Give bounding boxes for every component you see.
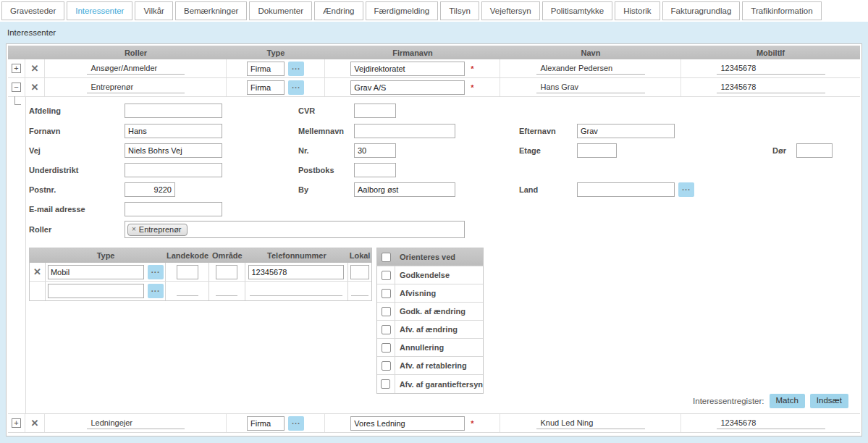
etage-input[interactable]	[577, 143, 617, 158]
firmanavn-field[interactable]: Grav A/S	[350, 80, 465, 95]
type-lookup-button[interactable]: ...	[288, 80, 304, 95]
tree-connector-icon	[14, 96, 21, 105]
afv-af-aendring-checkbox[interactable]	[382, 325, 391, 334]
interessenter-panel: Roller Type Firmanavn Navn Mobiltlf + ✕ …	[6, 43, 862, 436]
tab-faerdigmelding[interactable]: Færdigmelding	[366, 1, 439, 20]
doer-input[interactable]	[796, 143, 833, 158]
phone-table: Type Landekode Område Telefonnummer Loka…	[29, 248, 372, 301]
tab-interessenter[interactable]: Interessenter	[67, 1, 132, 20]
telefonnummer-input[interactable]	[250, 286, 342, 296]
mellemnavn-input[interactable]	[354, 124, 455, 138]
delete-row-icon[interactable]: ✕	[31, 418, 39, 428]
collapse-minus-icon[interactable]: −	[12, 83, 21, 92]
phone-header-lokal: Lokal	[348, 248, 371, 263]
type-field[interactable]: Firma	[247, 416, 285, 431]
lokal-input[interactable]	[350, 265, 369, 279]
header-firmanavn: Firmanavn	[325, 48, 500, 57]
afv-af-garantieftersyn-checkbox[interactable]	[381, 379, 390, 389]
type-field[interactable]: Firma	[247, 62, 285, 76]
navn-field[interactable]: Knud Led Ning	[536, 417, 645, 429]
type-lookup-button[interactable]: ...	[288, 416, 304, 431]
notify-option-label: Afv. af ændring	[395, 325, 458, 334]
phone-type-lookup-button[interactable]: ...	[148, 265, 164, 279]
tab-historik[interactable]: Historik	[615, 1, 660, 20]
afvisning-checkbox[interactable]	[382, 289, 391, 298]
delete-row-icon[interactable]: ✕	[31, 83, 39, 92]
tab-politisamtykke[interactable]: Politisamtykke	[542, 1, 613, 20]
delete-row-icon[interactable]: ✕	[31, 64, 39, 73]
email-input[interactable]	[125, 202, 222, 216]
tab-gravesteder[interactable]: Gravesteder	[1, 1, 64, 20]
mobiltlf-field[interactable]: 12345678	[717, 62, 825, 75]
afv-af-retablering-checkbox[interactable]	[382, 361, 391, 371]
postnr-input[interactable]: 9220	[125, 182, 175, 197]
required-mark: *	[471, 419, 473, 428]
notify-header-label: Orienteres ved	[395, 253, 455, 261]
cvr-input[interactable]	[354, 104, 396, 118]
telefonnummer-input[interactable]: 12345678	[248, 265, 344, 279]
land-input[interactable]	[577, 182, 675, 197]
delete-phone-icon[interactable]: ✕	[33, 267, 41, 277]
postboks-label: Postboks	[298, 166, 354, 174]
tab-vilkaar[interactable]: Vilkår	[135, 1, 173, 20]
phone-header-telefonnummer: Telefonnummer	[245, 248, 348, 263]
land-lookup-button[interactable]: ...	[678, 182, 694, 197]
section-title: Interessenter	[0, 22, 868, 43]
type-lookup-button[interactable]: ...	[288, 62, 304, 76]
afdeling-input[interactable]	[125, 104, 222, 118]
by-input[interactable]: Aalborg øst	[354, 182, 455, 197]
grid-header: Roller Type Firmanavn Navn Mobiltlf	[8, 46, 860, 59]
table-row-ledningejer: + ✕ Ledningejer Firma ... Vores Ledning …	[8, 414, 860, 433]
mobiltlf-field[interactable]: 12345678	[717, 417, 825, 429]
nr-input[interactable]: 30	[354, 143, 396, 158]
select-all-checkbox[interactable]	[382, 253, 391, 262]
tab-fakturagrundlag[interactable]: Fakturagrundlag	[662, 1, 741, 20]
register-actions: Interessentregister: Match Indsæt	[693, 394, 848, 408]
landekode-input[interactable]	[177, 265, 198, 279]
tab-bemaerkninger[interactable]: Bemærkninger	[175, 1, 247, 20]
indsaet-button[interactable]: Indsæt	[810, 394, 848, 408]
omraade-input[interactable]	[216, 265, 237, 279]
postboks-input[interactable]	[354, 163, 396, 177]
roller-field[interactable]: Ansøger/Anmelder	[87, 62, 185, 75]
underdistrikt-input[interactable]	[125, 163, 222, 177]
efternavn-input[interactable]: Grav	[577, 124, 675, 138]
match-button[interactable]: Match	[770, 394, 805, 408]
tab-tilsyn[interactable]: Tilsyn	[440, 1, 479, 20]
notify-option-label: Annullering	[395, 343, 444, 352]
type-field[interactable]: Firma	[247, 80, 285, 95]
expand-plus-icon[interactable]: +	[12, 418, 21, 428]
mobiltlf-field[interactable]: 12345678	[717, 81, 825, 93]
notify-table: Orienteres ved Godkendelse Afvisning God…	[376, 248, 484, 394]
firmanavn-field[interactable]: Vores Ledning	[350, 416, 465, 431]
roller-tag-input[interactable]: × Entreprenør	[125, 221, 465, 238]
roller-field[interactable]: Entreprenør	[87, 81, 185, 93]
tab-vejeftersyn[interactable]: Vejeftersyn	[481, 1, 540, 20]
remove-tag-icon[interactable]: ×	[132, 226, 136, 233]
expand-plus-icon[interactable]: +	[12, 64, 21, 73]
roller-field[interactable]: Ledningejer	[87, 417, 185, 429]
landekode-input[interactable]	[177, 286, 198, 296]
vej-input[interactable]: Niels Bohrs Vej	[125, 143, 222, 158]
detail-panel: Afdeling CVR Fornavn Hans Mellemnavn Eft…	[25, 97, 860, 413]
header-mobiltlf: Mobiltlf	[681, 48, 860, 57]
phone-type-input[interactable]: Mobil	[48, 265, 144, 279]
godkendelse-checkbox[interactable]	[382, 271, 391, 280]
omraade-input[interactable]	[216, 286, 237, 296]
firmanavn-field[interactable]: Vejdirektoratet	[350, 62, 465, 76]
tab-trafikinformation[interactable]: Trafikinformation	[742, 1, 821, 20]
fornavn-input[interactable]: Hans	[125, 124, 222, 138]
etage-label: Etage	[519, 146, 577, 155]
tab-dokumenter[interactable]: Dokumenter	[249, 1, 312, 20]
table-row-entreprenoer: − ✕ Entreprenør Firma ... Grav A/S * Han…	[8, 78, 860, 97]
phone-type-lookup-button[interactable]: ...	[148, 284, 164, 298]
navn-field[interactable]: Hans Grav	[536, 81, 645, 93]
notify-row: Afv. af garantieftersyn	[377, 375, 483, 393]
tab-aendring[interactable]: Ændring	[314, 1, 363, 20]
godk-af-aendring-checkbox[interactable]	[382, 307, 391, 316]
annullering-checkbox[interactable]	[382, 343, 391, 353]
lokal-input[interactable]	[351, 286, 368, 296]
notify-row: Afvisning	[377, 284, 483, 303]
navn-field[interactable]: Alexander Pedersen	[536, 62, 645, 75]
phone-type-input[interactable]	[48, 284, 144, 298]
